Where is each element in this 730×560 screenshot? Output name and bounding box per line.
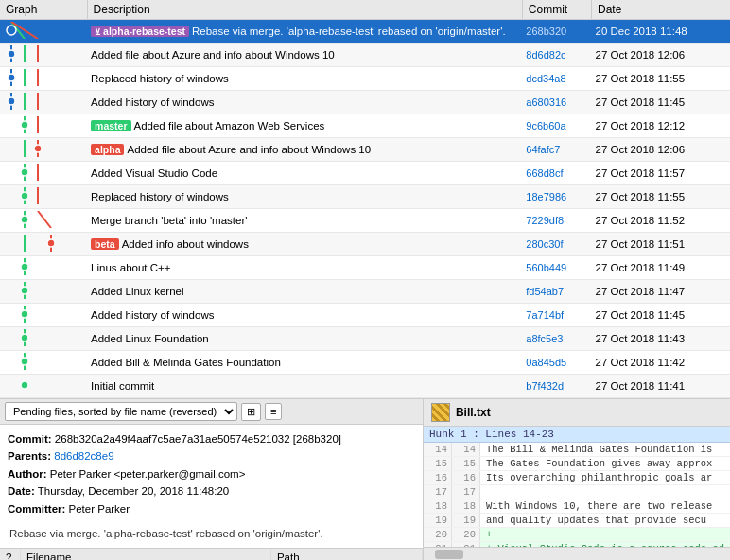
parents-label: Parents: [8,450,51,462]
commit-message: Rebase via merge. 'alpha-rebase-test' re… [8,525,415,542]
description-cell: Initial commit [87,375,522,398]
list-view-button[interactable]: ≡ [265,403,282,420]
table-row[interactable]: Initial commitb7f432d27 Oct 2018 11:41 [0,375,730,398]
commit-hash: a680316 [526,96,566,108]
date-cell: 27 Oct 2018 12:06 [592,44,730,67]
graph-cell [0,280,87,304]
graph-cell [0,375,87,398]
date-cell: 27 Oct 2018 12:12 [592,114,730,138]
tag-badge: beta [91,238,119,250]
svg-point-37 [21,287,28,294]
commit-hash: 268b320 [526,26,566,37]
diff-old-num: 19 [424,514,452,527]
svg-point-11 [8,74,15,81]
file-col-filename: Filename [21,549,271,560]
table-row[interactable]: Added Linux Foundationa8fc5e327 Oct 2018… [0,327,730,351]
graph-cell [0,304,87,327]
date-cell: 27 Oct 2018 11:45 [592,304,730,327]
diff-old-num: 18 [424,499,452,513]
diff-old-num: 14 [424,443,452,456]
commit-hash: fd54ab7 [526,286,564,297]
diff-new-num: 18 [452,499,480,513]
author-value: Peter Parker <peter.parker@gmail.com> [50,468,246,480]
commit-hash: 9c6b60a [526,120,565,131]
sort-dropdown[interactable]: Pending files, sorted by file name (reve… [5,402,237,421]
commit-line: Commit: 268b320a2a49f4aaf7c5ae7a31ae5057… [8,430,415,447]
diff-old-num: 17 [424,485,452,499]
commit-hash: 280c30f [526,238,563,250]
table-row[interactable]: betaAdded info about windows280c30f27 Oc… [0,233,730,256]
date-cell: 20 Dec 2018 11:48 [592,20,730,44]
graph-cell [0,91,87,114]
diff-scrollbar[interactable] [424,547,730,560]
scroll-thumb[interactable] [435,550,463,559]
svg-point-7 [8,50,15,58]
table-row[interactable]: Added file about Azure and info about Wi… [0,44,730,67]
table-row[interactable]: ⊻alpha-rebase-testRebase via merge. 'alp… [0,20,730,44]
commit-hash: 18e7986 [526,191,566,202]
description-cell: Added Bill & Melinda Gates Foundation [87,351,522,375]
date-cell: 27 Oct 2018 11:49 [592,256,730,280]
committer-line: Committer: Peter Parker [8,500,415,517]
table-row[interactable]: Added Visual Studio Code668d8cf27 Oct 20… [0,162,730,185]
hash-cell: 64fafc7 [522,138,591,162]
hash-cell: 560b449 [522,256,591,280]
svg-point-43 [21,358,28,365]
diff-line-content: and quality updates that provide secu [480,514,712,527]
hash-cell: 9c6b60a [522,114,591,138]
date-cell: 27 Oct 2018 11:42 [592,351,730,375]
diff-content[interactable]: Hunk 1 : Lines 14-23 1414 The Bill & Mel… [424,427,730,547]
table-row[interactable]: Added Bill & Melinda Gates Foundation0a8… [0,351,730,375]
hash-cell: 668d8cf [522,162,591,185]
table-row[interactable]: Replaced history of windows18e798627 Oct… [0,185,730,209]
author-label: Author: [8,468,47,480]
commit-description: Replaced history of windows [91,73,229,84]
table-row[interactable]: masterAdded file about Amazon Web Servic… [0,114,730,138]
hash-cell: dcd34a8 [522,67,591,91]
table-row[interactable]: Merge branch 'beta' into 'master'7229df8… [0,209,730,233]
description-cell: alphaAdded file about Azure and info abo… [87,138,522,162]
commit-hash: a8fc5e3 [526,333,563,344]
commit-description: Merge branch 'beta' into 'master' [91,215,247,226]
commit-info: Commit: 268b320a2a49f4aaf7c5ae7a31ae5057… [0,425,423,549]
date-cell: 27 Oct 2018 11:43 [592,327,730,351]
toolbar: Pending files, sorted by file name (reve… [0,399,423,425]
table-row[interactable]: Linus about C++560b44927 Oct 2018 11:49 [0,256,730,280]
table-row[interactable]: Added history of windows7a714bf27 Oct 20… [0,304,730,327]
commit-value: 268b320a2a49f4aaf7c5ae7a31ae50574e521032… [55,433,341,445]
grid-view-button[interactable]: ⊞ [241,403,261,421]
svg-point-27 [21,192,28,200]
hash-cell: b7f432d [522,375,591,398]
main-container: Graph Description Commit Date ⊻alpha-reb… [0,0,730,560]
diff-new-num: 17 [452,485,480,499]
diff-line: 1414 The Bill & Melinda Gates Foundation… [424,443,730,457]
commit-description: Replaced history of windows [91,191,229,202]
diff-new-num: 20 [452,528,480,541]
parents-value[interactable]: 8d6d82c8e9 [54,450,113,462]
diff-new-num: 19 [452,514,480,527]
committer-label: Committer: [8,503,65,515]
commit-description: Linus about C++ [91,262,170,273]
hash-cell: 18e7986 [522,185,591,209]
date-value: Thursday, December 20, 2018 11:48:20 [38,485,229,497]
commit-hash: 668d8cf [526,167,563,179]
diff-panel: Bill.txt Hunk 1 : Lines 14-23 1414 The B… [424,399,730,560]
svg-point-3 [7,26,16,35]
diff-lines: 1414 The Bill & Melinda Gates Foundation… [424,443,730,547]
description-cell: Replaced history of windows [87,185,522,209]
table-row[interactable]: Added Linux kernelfd54ab727 Oct 2018 11:… [0,280,730,304]
table-row[interactable]: alphaAdded file about Azure and info abo… [0,138,730,162]
diff-line: 1515 The Gates Foundation gives away app… [424,457,730,471]
diff-old-num: 15 [424,457,452,470]
commit-description: Added file about Azure and info about Wi… [91,49,335,61]
commit-description: Added history of windows [91,309,214,321]
table-row[interactable]: Added history of windowsa68031627 Oct 20… [0,91,730,114]
file-col-path: Path [270,549,422,560]
diff-line-content: + [480,528,497,541]
graph-cell [0,20,87,44]
svg-point-33 [47,239,55,247]
commit-description: Rebase via merge. 'alpha-rebase-test' re… [192,26,506,37]
table-row[interactable]: Replaced history of windowsdcd34a827 Oct… [0,67,730,91]
graph-cell [0,327,87,351]
graph-cell [0,138,87,162]
